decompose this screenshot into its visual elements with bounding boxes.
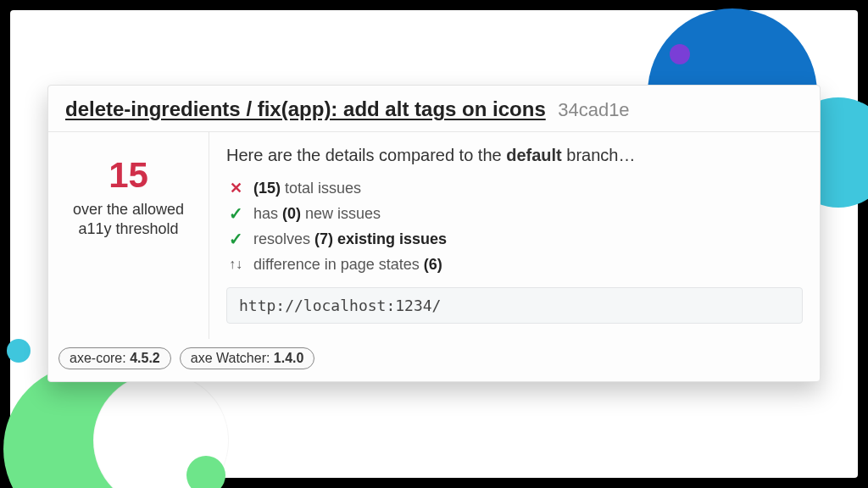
new-count: (0) (282, 205, 301, 222)
intro-branch: default (506, 146, 562, 164)
new-label: new issues (305, 205, 381, 222)
details-intro: Here are the details compared to the def… (226, 146, 803, 165)
axe-core-badge: axe-core: 4.5.2 (58, 347, 171, 369)
axe-watcher-label: axe Watcher: (191, 351, 274, 365)
axe-watcher-badge: axe Watcher: 1.4.0 (180, 347, 315, 369)
bg-circle-purple (670, 44, 690, 64)
intro-pre: Here are the details compared to the (226, 146, 506, 164)
card-footer: axe-core: 4.5.2 axe Watcher: 1.4.0 (48, 339, 820, 381)
axe-watcher-version: 1.4.0 (274, 351, 304, 365)
intro-post: branch… (562, 146, 636, 164)
issue-diff: ↑↓ difference in page states (6) (226, 252, 803, 277)
commit-hash: 34cad1e (558, 99, 629, 120)
threshold-count: 15 (60, 158, 197, 193)
bg-circle-green-small (186, 456, 225, 488)
url-box[interactable]: http://localhost:1234/ (226, 287, 803, 324)
threshold-summary: 15 over the allowed a11y threshold (48, 132, 209, 339)
diff-count: (6) (424, 256, 442, 273)
commit-title-link[interactable]: delete-ingredients / fix(app): add alt t… (65, 97, 546, 120)
card-header: delete-ingredients / fix(app): add alt t… (48, 86, 820, 132)
new-pre: has (253, 205, 282, 222)
check-icon: ✓ (226, 203, 245, 224)
check-icon: ✓ (226, 229, 245, 249)
bg-circle-teal-small (7, 339, 31, 363)
issue-total: ✕ (15) total issues (226, 175, 803, 201)
issue-new: ✓ has (0) new issues (226, 201, 803, 226)
resolved-count: (7) (314, 230, 333, 247)
total-count: (15) (253, 180, 281, 197)
x-icon: ✕ (226, 179, 245, 197)
diff-pre: difference in page states (253, 256, 424, 273)
threshold-caption: over the allowed a11y threshold (60, 200, 197, 240)
axe-core-version: 4.5.2 (130, 351, 160, 365)
details-panel: Here are the details compared to the def… (209, 132, 820, 339)
diff-arrows-icon: ↑↓ (226, 257, 245, 272)
resolved-label: existing issues (337, 230, 447, 247)
total-label: total issues (285, 180, 361, 197)
report-card: delete-ingredients / fix(app): add alt t… (47, 85, 821, 382)
axe-core-label: axe-core: (70, 351, 130, 365)
issue-resolved: ✓ resolves (7) existing issues (226, 226, 803, 252)
resolved-pre: resolves (253, 230, 314, 247)
